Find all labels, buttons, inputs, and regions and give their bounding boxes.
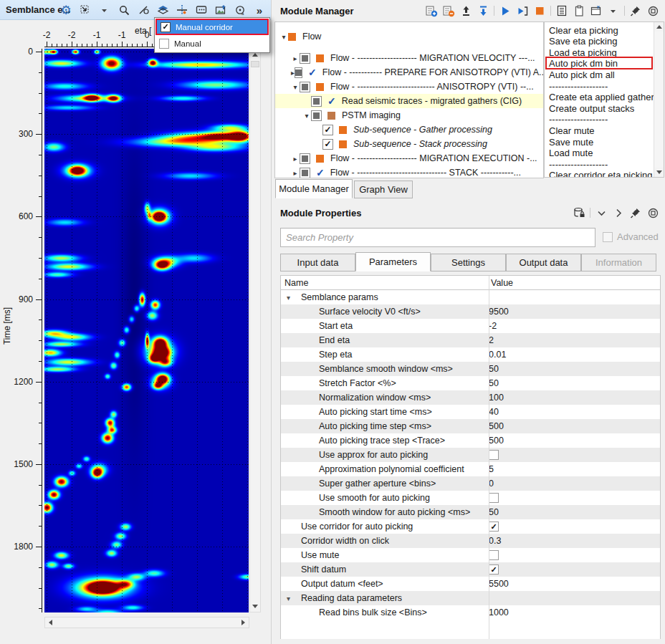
- parameter-value[interactable]: 500: [489, 421, 504, 431]
- parameter-value[interactable]: -2: [489, 321, 497, 331]
- tab-parameters[interactable]: Parameters: [355, 252, 431, 271]
- tab-information[interactable]: Information: [581, 254, 656, 271]
- table-row[interactable]: Output datum <feet>5500: [281, 577, 660, 591]
- command-item[interactable]: Create output stacks: [549, 102, 634, 114]
- group-collapse-icon[interactable]: ▾: [287, 294, 290, 302]
- plot-vertical-scrollbar[interactable]: [249, 49, 261, 612]
- column-header-name[interactable]: Name: [281, 276, 489, 290]
- semblance-heatmap[interactable]: [44, 49, 249, 612]
- comment-box-icon[interactable]: [194, 2, 209, 18]
- caret-down-icon[interactable]: [607, 4, 620, 17]
- table-row[interactable]: Use smooth for auto picking: [281, 491, 660, 505]
- db-lock-icon[interactable]: [573, 206, 585, 219]
- unchecked-checkbox[interactable]: [489, 550, 499, 560]
- window-close-icon[interactable]: [590, 4, 603, 17]
- group-collapse-icon[interactable]: ▾: [287, 595, 290, 602]
- advanced-checkbox[interactable]: [603, 232, 613, 242]
- unchecked-checkbox-icon[interactable]: [159, 39, 169, 49]
- unchecked-checkbox[interactable]: [489, 450, 499, 460]
- scroll-down-button[interactable]: [250, 601, 260, 612]
- checked-checkbox[interactable]: ✓: [322, 125, 333, 135]
- log-list-icon[interactable]: [555, 4, 568, 17]
- vertical-scroll-thumb[interactable]: [251, 61, 259, 67]
- parameter-value[interactable]: 0.01: [489, 350, 506, 360]
- table-row[interactable]: Auto picking time step <ms>500: [281, 419, 660, 433]
- parameter-value[interactable]: 40: [489, 407, 499, 417]
- parameter-value[interactable]: 50: [489, 364, 499, 374]
- layers-icon[interactable]: [156, 2, 170, 18]
- tree-row[interactable]: ✓Read seismic traces - migrated gathers …: [275, 94, 543, 108]
- run-to-icon[interactable]: [516, 4, 529, 17]
- scroll-right-button[interactable]: [238, 617, 249, 628]
- table-row[interactable]: Approximation polynomial coefficient5: [281, 462, 660, 476]
- dropdown-item[interactable]: Manual: [156, 35, 269, 52]
- dropdown-item[interactable]: ✓Manual corridor: [156, 19, 269, 35]
- pin-icon[interactable]: [629, 206, 642, 219]
- command-scroll-up[interactable]: [654, 22, 664, 32]
- command-item[interactable]: Clear mute: [549, 125, 595, 136]
- checked-checkbox[interactable]: ✓: [489, 564, 499, 575]
- table-row[interactable]: Corridor width on click0.3: [281, 534, 660, 548]
- tree-row[interactable]: ▸✓Flow - ----------- PREPARE FOR ANISOTR…: [275, 65, 543, 80]
- collapse-icon[interactable]: ▾: [279, 33, 288, 41]
- pin-icon[interactable]: [629, 4, 642, 17]
- table-row[interactable]: Shift datum✓: [281, 562, 660, 577]
- table-row[interactable]: Use approx for auto picking: [281, 448, 660, 462]
- parameter-value[interactable]: 50: [489, 378, 499, 388]
- table-row[interactable]: Read bins bulk size <Bins>1000: [281, 605, 660, 620]
- tab-graph-view[interactable]: Graph View: [354, 181, 413, 198]
- table-row[interactable]: Surface velocity V0 <ft/s>9500: [281, 304, 660, 319]
- caret-down-icon[interactable]: [97, 2, 112, 18]
- table-row[interactable]: Auto picking trace step <Trace>500: [281, 433, 660, 448]
- command-scroll-down[interactable]: [654, 168, 664, 177]
- parameter-value[interactable]: 500: [489, 436, 504, 446]
- checked-checkbox[interactable]: ✓: [322, 139, 333, 150]
- table-row[interactable]: Use corridor for auto picking✓: [281, 519, 660, 534]
- zoom-search-icon[interactable]: [117, 2, 131, 18]
- stop-square-icon[interactable]: [533, 4, 546, 17]
- tree-row[interactable]: ▾Flow: [275, 29, 543, 44]
- partial-checkbox[interactable]: [300, 153, 310, 164]
- module-remove-icon[interactable]: [442, 4, 455, 17]
- command-item[interactable]: Save eta picking: [549, 36, 617, 47]
- command-item[interactable]: Auto pick dm all: [549, 69, 615, 80]
- parameter-value[interactable]: 1000: [489, 607, 509, 617]
- dock-circle-icon[interactable]: [646, 4, 659, 17]
- dock-circle-icon[interactable]: [646, 206, 659, 219]
- import-down-icon[interactable]: [477, 4, 489, 17]
- command-item[interactable]: Save mute: [549, 136, 593, 148]
- chevron-down-icon[interactable]: [595, 206, 608, 219]
- column-divider[interactable]: [489, 290, 489, 639]
- collapse-icon[interactable]: ▾: [291, 83, 300, 91]
- table-row[interactable]: Smooth window for auto picking <ms>50: [281, 505, 660, 519]
- expand-icon[interactable]: ▸: [291, 155, 300, 163]
- table-row[interactable]: End eta2: [281, 333, 660, 347]
- tree-row[interactable]: ▸✓Flow - ------------------------------ …: [275, 165, 543, 178]
- table-row[interactable]: Super gather aperture <bins>0: [281, 476, 660, 491]
- scroll-left-button[interactable]: [45, 617, 56, 628]
- table-row[interactable]: ▾Reading data parameters: [281, 591, 660, 605]
- parameter-value[interactable]: 5500: [489, 579, 509, 589]
- expand-icon[interactable]: ▸: [291, 54, 300, 62]
- command-item[interactable]: Clear corridor eta picking: [549, 170, 653, 178]
- expand-icon[interactable]: ▸: [291, 169, 300, 177]
- tab-module-manager[interactable]: Module Manager: [275, 179, 353, 198]
- parameter-value[interactable]: 50: [489, 507, 499, 517]
- table-row[interactable]: Semblance smooth window <ms>50: [281, 362, 660, 376]
- search-property-input[interactable]: [280, 228, 595, 247]
- image-export-icon[interactable]: [214, 2, 228, 18]
- partial-checkbox[interactable]: [300, 168, 310, 178]
- tree-row[interactable]: ▸Flow - -------------------- MIGRATION V…: [275, 51, 543, 65]
- column-header-value[interactable]: Value: [489, 276, 661, 290]
- tree-row[interactable]: ✓Sub-sequence - Gather processing: [275, 122, 543, 137]
- pick-pen-icon[interactable]: [136, 2, 150, 18]
- register-circle-icon[interactable]: a: [233, 2, 247, 18]
- command-scrollbar[interactable]: [654, 22, 664, 177]
- partial-checkbox[interactable]: [300, 53, 310, 64]
- tab-input-data[interactable]: Input data: [280, 254, 355, 271]
- table-row[interactable]: Stretch Factor <%>50: [281, 376, 660, 390]
- plot-horizontal-scrollbar[interactable]: [44, 617, 249, 628]
- partial-checkbox[interactable]: [300, 82, 310, 92]
- command-item[interactable]: Load mute: [549, 148, 593, 159]
- parameter-value[interactable]: 100: [489, 393, 504, 403]
